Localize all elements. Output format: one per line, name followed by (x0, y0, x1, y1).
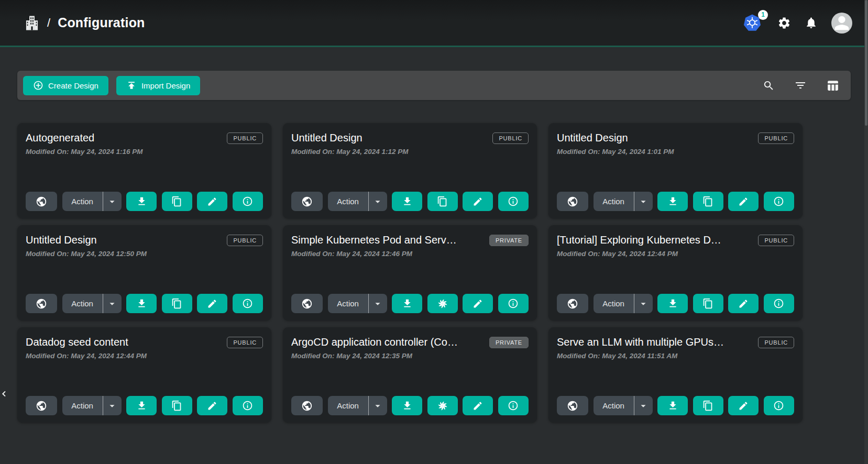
kanvas-spiral-button[interactable] (427, 396, 458, 415)
visibility-globe-button[interactable] (557, 294, 588, 313)
modified-timestamp: Modified On: May 24, 2024 12:50 PM (26, 250, 263, 258)
download-button[interactable] (657, 294, 688, 313)
edit-button[interactable] (197, 192, 227, 211)
pencil-icon (738, 299, 749, 309)
action-button-label[interactable]: Action (594, 192, 634, 211)
download-icon (402, 298, 413, 309)
action-split-button[interactable]: Action (594, 396, 653, 415)
action-split-button[interactable]: Action (62, 294, 122, 313)
chevron-down-icon[interactable] (369, 294, 387, 313)
edit-button[interactable] (463, 294, 493, 313)
bell-icon[interactable] (805, 16, 818, 29)
info-button[interactable] (233, 192, 263, 211)
download-button[interactable] (126, 396, 157, 415)
edit-button[interactable] (728, 396, 759, 415)
action-button-label[interactable]: Action (62, 192, 103, 211)
modified-timestamp: Modified On: May 24, 2024 11:51 AM (557, 352, 794, 360)
chevron-down-icon[interactable] (634, 192, 653, 211)
info-icon (773, 400, 784, 411)
visibility-globe-button[interactable] (291, 192, 323, 211)
action-button-label[interactable]: Action (594, 396, 634, 415)
chevron-down-icon[interactable] (103, 396, 122, 415)
action-split-button[interactable]: Action (594, 294, 653, 313)
pencil-icon (738, 196, 749, 207)
visibility-globe-button[interactable] (26, 294, 57, 313)
info-button[interactable] (498, 294, 529, 313)
search-icon[interactable] (763, 80, 775, 92)
chevron-down-icon[interactable] (634, 396, 653, 415)
edit-button[interactable] (463, 396, 493, 415)
design-card: Autogenerated PUBLIC Modified On: May 24… (17, 123, 271, 218)
info-button[interactable] (764, 192, 794, 211)
visibility-globe-button[interactable] (557, 396, 588, 415)
chevron-down-icon[interactable] (369, 396, 387, 415)
info-button[interactable] (498, 396, 529, 415)
sidebar-expand-handle[interactable] (0, 383, 12, 404)
chevron-down-icon[interactable] (103, 192, 122, 211)
clone-button[interactable] (162, 192, 192, 211)
pencil-icon (473, 299, 483, 309)
action-split-button[interactable]: Action (328, 192, 387, 211)
edit-button[interactable] (197, 294, 227, 313)
download-button[interactable] (126, 192, 157, 211)
filter-icon[interactable] (794, 79, 807, 92)
info-button[interactable] (764, 396, 794, 415)
avatar[interactable] (831, 13, 852, 34)
action-button-label[interactable]: Action (62, 294, 103, 313)
chevron-down-icon[interactable] (634, 294, 653, 313)
gear-icon[interactable] (777, 16, 791, 30)
design-card: Untitled Design PUBLIC Modified On: May … (283, 123, 537, 218)
scrollbar-track[interactable] (864, 0, 868, 464)
edit-button[interactable] (728, 192, 759, 211)
download-button[interactable] (657, 396, 688, 415)
download-button[interactable] (392, 396, 422, 415)
clone-button[interactable] (427, 192, 458, 211)
clone-button[interactable] (162, 396, 192, 415)
info-button[interactable] (764, 294, 794, 313)
clone-button[interactable] (162, 294, 192, 313)
scrollbar-thumb[interactable] (865, 0, 867, 126)
visibility-globe-button[interactable] (26, 396, 57, 415)
create-design-label: Create Design (48, 81, 98, 90)
chevron-down-icon[interactable] (103, 294, 122, 313)
info-button[interactable] (498, 192, 529, 211)
action-button-label[interactable]: Action (328, 396, 368, 415)
action-split-button[interactable]: Action (62, 396, 122, 415)
table-view-icon[interactable] (826, 79, 839, 92)
design-title: Untitled Design (557, 131, 752, 144)
download-button[interactable] (126, 294, 157, 313)
action-split-button[interactable]: Action (328, 294, 387, 313)
download-icon (667, 196, 678, 207)
info-icon (508, 298, 519, 309)
visibility-globe-button[interactable] (291, 294, 323, 313)
action-button-label[interactable]: Action (328, 192, 368, 211)
edit-button[interactable] (728, 294, 759, 313)
visibility-globe-button[interactable] (557, 192, 588, 211)
visibility-badge: PUBLIC (758, 132, 794, 144)
organization-icon[interactable] (24, 15, 40, 31)
info-button[interactable] (233, 396, 263, 415)
kubernetes-context-chip[interactable]: 1 (743, 13, 764, 33)
edit-button[interactable] (197, 396, 227, 415)
action-split-button[interactable]: Action (62, 192, 122, 211)
import-design-button[interactable]: Import Design (116, 76, 200, 95)
chevron-down-icon[interactable] (369, 192, 387, 211)
edit-button[interactable] (463, 192, 493, 211)
action-split-button[interactable]: Action (328, 396, 387, 415)
action-button-label[interactable]: Action (62, 396, 103, 415)
action-button-label[interactable]: Action (328, 294, 368, 313)
kanvas-spiral-button[interactable] (427, 294, 458, 313)
clone-button[interactable] (693, 294, 723, 313)
action-button-label[interactable]: Action (594, 294, 634, 313)
visibility-globe-button[interactable] (291, 396, 323, 415)
download-button[interactable] (657, 192, 688, 211)
info-button[interactable] (233, 294, 263, 313)
clone-button[interactable] (693, 396, 723, 415)
visibility-badge: PUBLIC (227, 235, 263, 246)
clone-button[interactable] (693, 192, 723, 211)
visibility-globe-button[interactable] (26, 192, 57, 211)
action-split-button[interactable]: Action (594, 192, 653, 211)
create-design-button[interactable]: Create Design (23, 76, 108, 95)
download-button[interactable] (392, 192, 422, 211)
download-button[interactable] (392, 294, 422, 313)
